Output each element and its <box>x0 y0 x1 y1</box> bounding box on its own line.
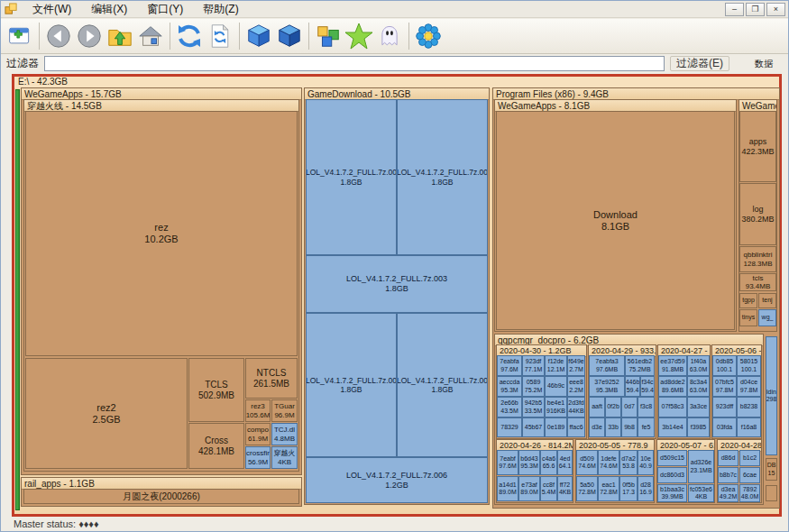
close-button[interactable]: × <box>766 3 785 16</box>
folder-small-end[interactable] <box>766 485 777 501</box>
file-d3ea[interactable]: d3ea 49.2M <box>718 484 739 502</box>
file-ffac6[interactable]: ffac6 <box>567 417 585 437</box>
file-d7a2[interactable]: d7a2 53.8 <box>619 450 638 475</box>
file-d509[interactable]: d509 74.6M <box>576 450 598 475</box>
folder-ntcls[interactable]: NTCLS 261.5MB <box>245 358 298 399</box>
cube-dark-icon[interactable] <box>274 21 305 51</box>
file-8c3a4[interactable]: 8c3a4 63.0M <box>687 376 710 397</box>
folder-tenj[interactable]: tenj <box>758 293 776 308</box>
file-b8b7c[interactable]: b8b7c <box>718 467 739 483</box>
home-icon[interactable] <box>135 21 166 51</box>
file-7892[interactable]: 7892 48.0M <box>739 484 760 502</box>
file-58015[interactable]: 58015 100.1 <box>737 355 761 376</box>
folder-rez[interactable]: rez 10.2GB <box>25 111 298 356</box>
filter-input[interactable] <box>44 56 665 71</box>
forward-icon[interactable] <box>74 21 105 51</box>
folder-log[interactable]: log 380.2MB <box>739 183 776 245</box>
file-7eabf[interactable]: 7eabf 97.6M <box>497 450 518 475</box>
treemap-root-drive-e[interactable]: E:\ - 42.3GB WeGameApps - 15.7GB穿越火线 - 1… <box>12 74 782 517</box>
file-7eabfa3[interactable]: 7eabfa3 97.6MB <box>589 355 625 376</box>
folder-up-icon[interactable] <box>105 21 135 51</box>
file-wg[interactable]: wg_ <box>758 309 776 326</box>
new-view-icon[interactable] <box>5 21 35 51</box>
file-5a50[interactable]: 5a50 72.8M <box>576 476 598 501</box>
file-b6d43[interactable]: b6d43 95.3M <box>518 450 540 475</box>
file-b8238[interactable]: b8238 <box>737 397 761 417</box>
file-07f58c3[interactable]: 07f58c3 <box>658 397 687 417</box>
file-f3985[interactable]: f3985 <box>687 417 710 437</box>
file-07bfc5[interactable]: 07bfc5 97.8M <box>712 376 737 397</box>
file-eee8[interactable]: eee8 2.2M <box>567 376 585 397</box>
folder-yueyuanzhiye[interactable]: 月圆之夜(2000266) <box>23 489 299 504</box>
file-be4e1[interactable]: be4e1 916KB <box>545 397 567 417</box>
file-lol-7z-001[interactable]: LOL_V4.1.7.2_FULL.7z.00 1.8GB <box>306 99 397 255</box>
menu-window[interactable]: 窗口(Y) <box>138 1 192 18</box>
folder-tcls-wegame[interactable]: tcls 93.4MB <box>739 273 776 291</box>
back-icon[interactable] <box>43 21 74 51</box>
file-f3c8[interactable]: f3c8 <box>638 397 655 417</box>
file-d509c15[interactable]: d509c15 <box>657 450 687 466</box>
file-tcj-dll[interactable]: TCJ.dl 4.8MB <box>271 423 298 445</box>
folder-tguar[interactable]: TGuar 96.9M <box>271 399 298 422</box>
file-dc860d3[interactable]: dc860d3 <box>657 467 687 483</box>
file-f16a8[interactable]: f16a8 <box>737 417 761 437</box>
folder-apps[interactable]: apps 422.3MB <box>739 111 776 182</box>
folder-rez3[interactable]: rez3 105.6M <box>245 399 271 422</box>
file-561edb2[interactable]: 561edb2 75.2MB <box>625 355 655 376</box>
file-fc053e6[interactable]: fc053e6 4KB <box>688 484 714 502</box>
cubes-color-icon[interactable] <box>313 21 344 51</box>
minimize-button[interactable]: – <box>725 3 744 16</box>
file-0f2b[interactable]: 0f2b <box>605 397 621 417</box>
folder-tinys[interactable]: tinys <box>739 309 757 326</box>
file-446b[interactable]: 446b 59.4 <box>625 376 640 397</box>
folder-tgpp[interactable]: tgpp <box>739 293 757 308</box>
file-f12de[interactable]: f12de 12.1M <box>545 355 567 376</box>
file-e73af[interactable]: e73af 89.0M <box>518 476 540 501</box>
file-fe5[interactable]: fe5 <box>638 417 655 437</box>
file-03fda[interactable]: 03fda <box>712 417 737 437</box>
menu-edit[interactable]: 编辑(X) <box>82 1 136 18</box>
file-a14d1[interactable]: a14d1 89.0M <box>497 476 518 501</box>
file-ff72[interactable]: ff72 4KB <box>557 476 573 501</box>
folder-qbblinktria[interactable]: qbblinktri 128.3MB <box>739 246 776 272</box>
file-0d7[interactable]: 0d7 <box>621 397 638 417</box>
file-ad8dde2[interactable]: ad8dde2 89.6MB <box>658 376 687 397</box>
file-1defe[interactable]: 1defe 74.6M <box>598 450 619 475</box>
filter-dropdown-button[interactable]: 过滤器(E) <box>670 56 729 71</box>
file-ldin[interactable]: ldin 298 <box>766 336 777 455</box>
file-b1c2[interactable]: b1c2 <box>739 450 760 466</box>
cube-blue-icon[interactable] <box>243 21 274 51</box>
folder-cross[interactable]: Cross 428.1MB <box>188 423 244 469</box>
ghost-icon[interactable] <box>374 21 405 51</box>
file-2e66b[interactable]: 2e66b 43.5M <box>497 397 522 417</box>
file-b1baa3c[interactable]: b1baa3c 39.9MB <box>657 484 687 502</box>
file-crossfir[interactable]: crossfir 56.9M <box>245 446 271 469</box>
file-chuanyue-4kb[interactable]: 穿越火 4KB <box>271 446 298 469</box>
folder-tcls[interactable]: TCLS 502.9MB <box>188 358 244 422</box>
file-lol-7z-003[interactable]: LOL_V4.1.7.2_FULL.7z.003 1.8GB <box>306 255 488 313</box>
file-ad326e[interactable]: ad326e 23.1MB <box>688 450 714 483</box>
file-3b14e4[interactable]: 3b14e4 <box>658 417 687 437</box>
file-0589[interactable]: 0589 75.2M <box>522 376 545 397</box>
file-1f40a[interactable]: 1f40a 63.0M <box>687 355 710 376</box>
file-lol-7z-004[interactable]: LOL_V4.1.7.2_FULL.7z.00 1.8GB <box>306 313 397 457</box>
file-9b8[interactable]: 9b8 <box>621 417 638 437</box>
refresh-icon[interactable] <box>174 21 205 51</box>
file-eac1[interactable]: eac1 72.8M <box>598 476 619 501</box>
file-0e189[interactable]: 0e189 <box>545 417 567 437</box>
file-7eabfa[interactable]: 7eabfa 97.6M <box>497 355 522 376</box>
folder-download[interactable]: Download 8.1GB <box>496 111 735 330</box>
file-0f5b[interactable]: 0f5b 17.3 <box>619 476 638 501</box>
file-46b9c[interactable]: 46b9c <box>545 376 567 397</box>
file-d86d[interactable]: d86d <box>718 450 739 466</box>
restore-button[interactable]: ❐ <box>746 3 765 16</box>
file-4ed[interactable]: 4ed 64.1 <box>557 450 573 475</box>
flower-config-icon[interactable] <box>413 21 444 51</box>
file-lol-7z-005[interactable]: LOL_V4.1.7.2_FULL.7z.00 1.8GB <box>397 313 488 457</box>
file-f649e[interactable]: f649e 2.7M <box>567 355 585 376</box>
folder-compo[interactable]: compo 61.9M <box>245 423 271 445</box>
file-37e9252[interactable]: 37e9252 95.3MB <box>589 376 625 397</box>
file-2d3fd[interactable]: 2d3fd 44KB <box>567 397 585 417</box>
file-cc8f[interactable]: cc8f 5.4M <box>540 476 557 501</box>
file-c4a6[interactable]: c4a6 65.6 <box>540 450 557 475</box>
